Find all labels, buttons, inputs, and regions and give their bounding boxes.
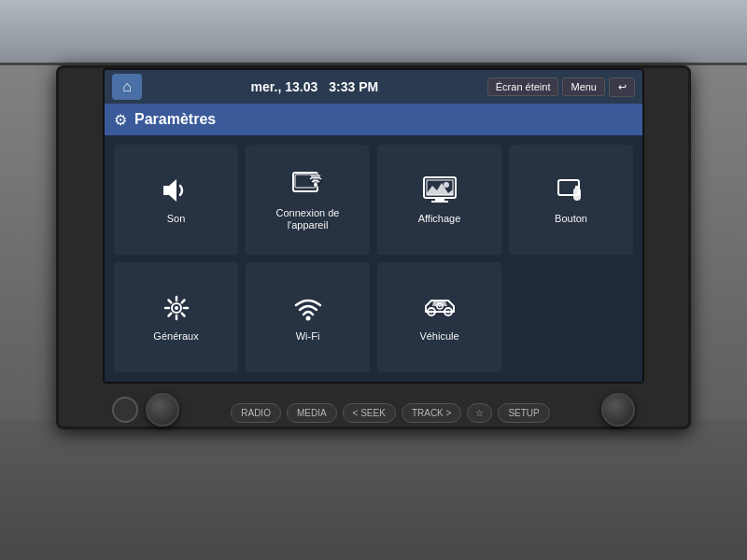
svg-point-10 [444, 182, 449, 188]
menu-item-son[interactable]: Son [114, 145, 238, 255]
connect-icon: © [288, 168, 329, 202]
hardware-controls-row: RADIO MEDIA < SEEK TRACK > ☆ SETUP [103, 393, 644, 427]
radio-button[interactable]: RADIO [231, 403, 281, 423]
svg-rect-9 [431, 201, 448, 203]
connexion-label: Connexion del'appareil [276, 207, 340, 231]
right-hardware-controls [601, 393, 635, 427]
svg-rect-12 [573, 188, 581, 201]
generaux-label: Généraux [153, 330, 198, 343]
svg-point-5 [314, 183, 317, 187]
seek-back-button[interactable]: < SEEK [343, 403, 396, 423]
track-forward-button[interactable]: TRACK > [402, 403, 462, 423]
page-title: Paramètres [134, 111, 216, 128]
sound-icon [156, 174, 197, 207]
wifi-label: Wi-Fi [296, 330, 320, 343]
home-button[interactable]: ⌂ [112, 74, 142, 100]
svg-line-20 [168, 301, 171, 303]
menu-item-affichage[interactable]: Affichage [377, 145, 501, 255]
generaux-icon [156, 291, 197, 325]
menu-item-vehicule[interactable]: Véhicule [377, 262, 501, 372]
menu-item-connexion[interactable]: © Connexion del'appareil [246, 145, 370, 255]
bouton-label: Bouton [555, 213, 587, 225]
car-infotainment-unit: ⌂ mer., 13.03 3:33 PM Écran éteint Menu … [56, 65, 691, 429]
left-knob[interactable] [146, 393, 179, 427]
menu-item-wifi[interactable]: Wi-Fi [246, 262, 370, 372]
power-button[interactable] [112, 397, 138, 423]
menu-button[interactable]: Menu [562, 77, 605, 96]
svg-rect-13 [575, 186, 579, 189]
son-label: Son [167, 213, 186, 225]
back-button[interactable]: ↩ [609, 77, 635, 97]
date-label: mer., 13.03 [251, 79, 318, 94]
svg-line-23 [168, 314, 171, 316]
status-bar: ⌂ mer., 13.03 3:33 PM Écran éteint Menu … [105, 70, 642, 104]
vehicule-label: Véhicule [419, 330, 458, 343]
center-physical-buttons: RADIO MEDIA < SEEK TRACK > ☆ SETUP [231, 403, 550, 423]
display-icon [419, 174, 460, 207]
infotainment-screen: ⌂ mer., 13.03 3:33 PM Écran éteint Menu … [103, 68, 644, 384]
settings-icon: ⚙ [114, 111, 127, 129]
left-hardware-controls [112, 393, 179, 427]
svg-point-24 [305, 316, 310, 321]
time-label: 3:33 PM [329, 79, 378, 94]
top-right-controls: Écran éteint Menu ↩ [487, 77, 635, 97]
svg-rect-8 [435, 198, 444, 201]
dashboard-bottom [0, 420, 747, 560]
svg-marker-0 [163, 179, 176, 202]
svg-point-30 [439, 305, 441, 307]
button-icon [551, 174, 592, 207]
date-time-display: mer., 13.03 3:33 PM [142, 79, 487, 94]
menu-item-bouton[interactable]: Bouton [509, 145, 633, 255]
favorite-button[interactable]: ☆ [467, 403, 492, 423]
right-knob[interactable] [601, 393, 635, 427]
settings-grid: Son © Connexion del'appareil [105, 135, 642, 382]
setup-button[interactable]: SETUP [498, 403, 549, 423]
svg-line-21 [181, 314, 184, 316]
vehicle-icon [419, 291, 460, 325]
svg-point-15 [175, 306, 178, 310]
svg-line-22 [181, 301, 184, 303]
affichage-label: Affichage [418, 213, 461, 225]
svg-point-27 [430, 311, 432, 314]
screen-off-button[interactable]: Écran éteint [487, 77, 559, 96]
windshield-area [0, 0, 747, 65]
media-button[interactable]: MEDIA [287, 403, 337, 423]
home-icon: ⌂ [122, 78, 132, 95]
page-title-bar: ⚙ Paramètres [105, 104, 642, 135]
menu-item-generaux[interactable]: Généraux [114, 262, 238, 372]
svg-point-28 [446, 311, 449, 314]
wifi-icon [288, 291, 329, 325]
